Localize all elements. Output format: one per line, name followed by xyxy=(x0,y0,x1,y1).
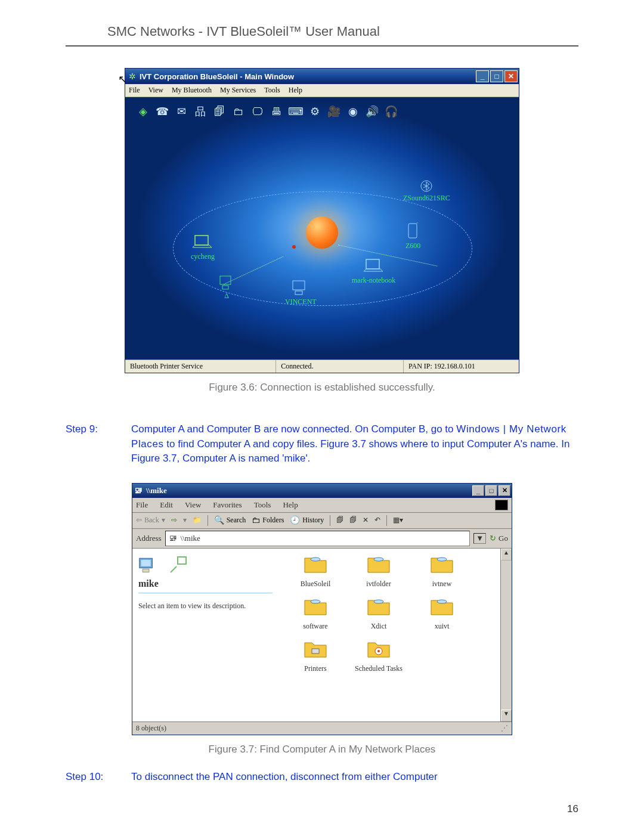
search-button[interactable]: 🔍Search xyxy=(214,515,246,525)
folder-bluesoleil[interactable]: BlueSoleil xyxy=(286,556,345,589)
computer-name: mike xyxy=(138,578,273,593)
folders-button[interactable]: 🗀Folders xyxy=(252,516,284,525)
step-text: Computer A and Computer B are now connec… xyxy=(131,422,578,466)
menu-tools[interactable]: Tools xyxy=(264,86,280,95)
maximize-button[interactable]: □ xyxy=(485,485,497,496)
device-z600[interactable]: Z600 xyxy=(405,222,420,250)
resize-grip-icon[interactable]: ⋰ xyxy=(500,724,508,733)
views-icon[interactable]: ▦▾ xyxy=(393,516,403,525)
figure-caption: Figure 3.6: Connection is established su… xyxy=(209,382,435,394)
bluesoleil-statusbar: Bluetooth Printer Service Connected. PAN… xyxy=(125,360,519,373)
explorer-titlebar: 🖳 \\mike _ □ ✕ xyxy=(132,484,512,498)
device-label: VINCENT xyxy=(285,298,317,306)
back-button: ⇦Back▾ xyxy=(136,516,165,525)
up-button[interactable]: 📁 xyxy=(193,516,202,525)
ftp-icon[interactable]: 🗀 xyxy=(231,104,246,119)
history-button[interactable]: 🕘History xyxy=(290,515,324,525)
menu-edit[interactable]: Edit xyxy=(160,500,173,510)
page-number: 16 xyxy=(567,803,578,815)
device-label: Δ xyxy=(218,292,236,301)
menu-tools[interactable]: Tools xyxy=(254,500,271,510)
folder-share-icon xyxy=(168,555,188,575)
explorer-body: mike Select an item to view its descript… xyxy=(132,549,512,721)
pan-icon[interactable]: ◈ xyxy=(136,104,150,119)
address-input[interactable]: 🖳 \\mike xyxy=(165,531,470,546)
minimize-button[interactable]: _ xyxy=(476,70,489,82)
address-dropdown[interactable]: ▼ xyxy=(473,533,486,544)
device-cycheng[interactable]: cycheng xyxy=(191,234,215,261)
computer-icon: 🖳 xyxy=(135,486,143,496)
folder-printers[interactable]: Printers xyxy=(286,640,345,673)
explorer-items[interactable]: BlueSoleil ivtfolder ivtnew software Xdi… xyxy=(278,549,512,721)
menu-favorites[interactable]: Favorites xyxy=(213,500,242,510)
close-button[interactable]: ✕ xyxy=(504,70,518,82)
print-icon[interactable]: 🖶 xyxy=(270,104,284,119)
dialup-icon[interactable]: ☎ xyxy=(155,104,169,119)
go-button[interactable]: ↻Go xyxy=(490,534,508,543)
folder-ivtnew[interactable]: ivtnew xyxy=(412,556,472,589)
move-to-icon[interactable]: 🗐 xyxy=(336,516,343,525)
bluesoleil-window: ✲ IVT Corporation BlueSoleil - Main Wind… xyxy=(125,68,519,373)
bluetooth-icon xyxy=(420,179,433,193)
svg-rect-2 xyxy=(222,286,228,289)
central-device-icon[interactable] xyxy=(306,216,338,249)
svg-point-21 xyxy=(377,650,380,652)
menu-mybluetooth[interactable]: My Bluetooth xyxy=(172,86,212,95)
device-zsound[interactable]: ZSound621SRC xyxy=(403,179,450,203)
device-delta[interactable]: Δ xyxy=(218,275,236,301)
svg-rect-10 xyxy=(141,560,151,566)
av-icon[interactable]: 🎥 xyxy=(327,104,341,119)
undo-icon[interactable]: ↶ xyxy=(374,516,380,525)
address-label: Address xyxy=(136,534,162,543)
folder-scheduled-tasks[interactable]: Scheduled Tasks xyxy=(349,640,408,673)
sync-icon[interactable]: 🖵 xyxy=(250,104,265,119)
device-vincent[interactable]: VINCENT xyxy=(285,280,317,306)
step-label: Step 9: xyxy=(66,422,117,466)
close-button[interactable]: ✕ xyxy=(499,485,510,496)
svg-rect-6 xyxy=(408,224,417,238)
file-icon[interactable]: 🗐 xyxy=(212,104,227,119)
svg-rect-12 xyxy=(178,557,186,564)
folder-software[interactable]: software xyxy=(286,598,345,631)
object-count: 8 object(s) xyxy=(136,724,166,733)
minimize-button[interactable]: _ xyxy=(472,485,484,496)
scrollbar[interactable]: ▲▼ xyxy=(500,549,512,721)
fax-icon[interactable]: ✉ xyxy=(174,104,188,119)
menu-myservices[interactable]: My Services xyxy=(220,86,256,95)
svg-rect-4 xyxy=(295,291,302,295)
menu-file[interactable]: File xyxy=(136,500,148,510)
headset-icon[interactable]: 🎧 xyxy=(384,104,398,119)
figure-3-6: ✲ IVT Corporation BlueSoleil - Main Wind… xyxy=(66,68,578,394)
menu-file[interactable]: File xyxy=(129,86,140,95)
step-text: To disconnect the PAN connection, discon… xyxy=(131,770,438,785)
serial-icon[interactable]: ⚙ xyxy=(308,104,322,119)
delete-icon[interactable]: ✕ xyxy=(363,516,369,525)
svg-point-16 xyxy=(311,600,320,603)
menu-view[interactable]: View xyxy=(148,86,163,95)
status-conn: Connected. xyxy=(276,360,404,373)
lan-icon[interactable]: 品 xyxy=(193,104,208,119)
forward-button[interactable]: ⇨ xyxy=(171,516,177,525)
menu-help[interactable]: Help xyxy=(283,500,298,510)
hid-icon[interactable]: ⌨ xyxy=(289,104,303,119)
svg-point-14 xyxy=(374,558,383,561)
audio-icon[interactable]: 🔊 xyxy=(365,104,379,119)
maximize-button[interactable]: □ xyxy=(490,70,503,82)
status-ip: PAN IP: 192.168.0.101 xyxy=(404,360,519,373)
step-label: Step 10: xyxy=(66,770,117,785)
folder-xdict[interactable]: Xdict xyxy=(349,598,408,631)
device-mark[interactable]: mark-notebook xyxy=(352,258,395,285)
folder-xuivt[interactable]: xuivt xyxy=(412,598,472,631)
status-service: Bluetooth Printer Service xyxy=(125,360,276,373)
explorer-menubar: File Edit View Favorites Tools Help xyxy=(132,498,512,513)
explorer-title: \\mike xyxy=(146,486,167,496)
phone-icon xyxy=(407,222,419,240)
laptop-icon xyxy=(363,258,385,275)
bluesoleil-menubar: File View My Bluetooth My Services Tools… xyxy=(125,84,519,97)
basic-icon[interactable]: ◉ xyxy=(346,104,360,119)
folder-icon xyxy=(304,598,327,617)
menu-view[interactable]: View xyxy=(185,500,201,510)
folder-ivtfolder[interactable]: ivtfolder xyxy=(349,556,408,589)
copy-to-icon[interactable]: 🗐 xyxy=(349,516,357,525)
menu-help[interactable]: Help xyxy=(289,86,302,95)
